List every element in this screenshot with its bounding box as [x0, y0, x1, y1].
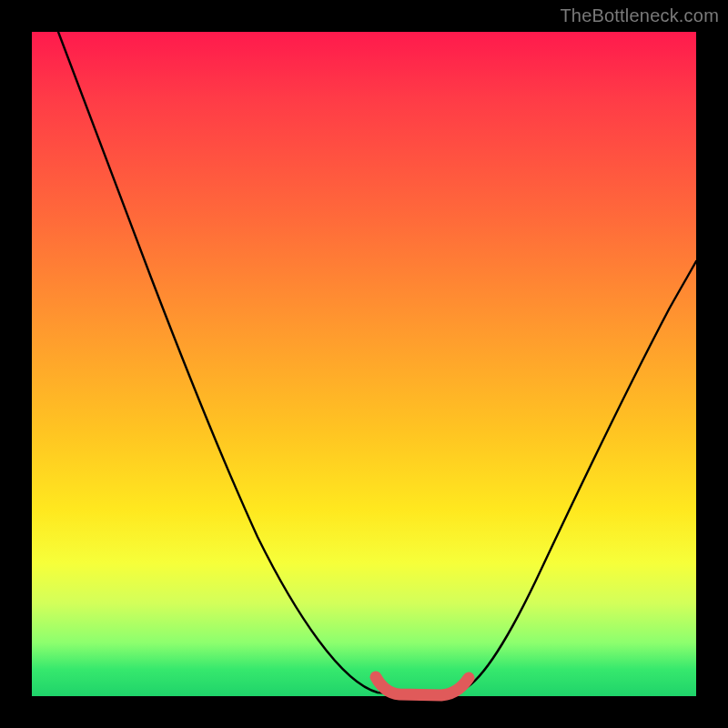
- watermark-text: TheBottleneck.com: [560, 5, 719, 26]
- chart-svg: [32, 32, 696, 696]
- sweet-spot-band-path: [376, 677, 469, 695]
- chart-frame: TheBottleneck.com: [0, 0, 728, 728]
- plot-area: [32, 32, 696, 696]
- bottleneck-curve-path: [58, 32, 696, 694]
